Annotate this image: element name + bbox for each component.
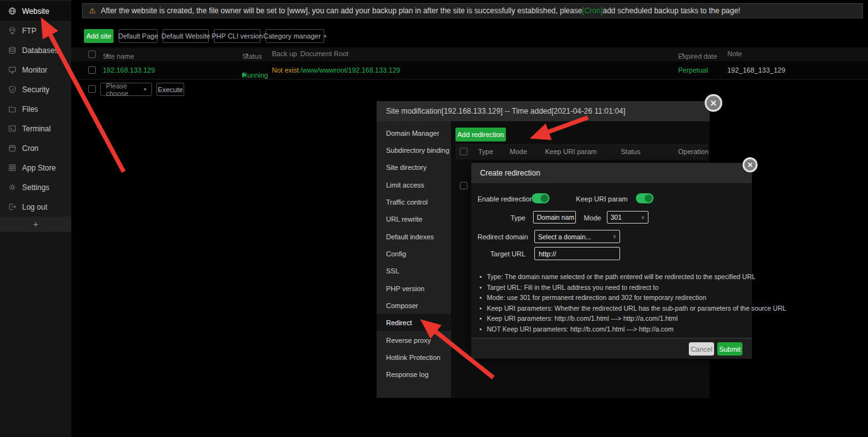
sort-asc-icon: ▲ bbox=[105, 52, 110, 57]
sidebar-item-label: Databases bbox=[22, 46, 58, 55]
grid-icon bbox=[8, 164, 16, 172]
batch-action-select[interactable]: Please choose▾ bbox=[100, 83, 152, 96]
bullet-icon: • bbox=[479, 324, 482, 335]
tab-limit-access[interactable]: Limit access bbox=[377, 176, 451, 193]
redirect-table-header: Type Mode Keep URI param Status Operatio… bbox=[455, 144, 708, 160]
shield-icon bbox=[8, 85, 16, 93]
play-icon: ▶ bbox=[242, 71, 247, 78]
backup-status[interactable]: Not exist bbox=[272, 66, 299, 74]
sidebar-item-app-store[interactable]: App Store bbox=[0, 158, 71, 177]
execute-button[interactable]: Execute bbox=[156, 83, 184, 96]
tab-traffic-control[interactable]: Traffic control bbox=[377, 193, 451, 210]
chevron-down-icon: ▾ bbox=[324, 33, 327, 39]
tab-domain-manager[interactable]: Domain Manager bbox=[377, 124, 451, 141]
target-url-input[interactable] bbox=[534, 247, 620, 260]
note-item: •Keep URI parameters: Whether the redire… bbox=[479, 303, 744, 314]
bullet-icon: • bbox=[479, 292, 482, 303]
add-site-button[interactable]: Add site bbox=[84, 29, 114, 43]
cron-link[interactable]: [Cron] bbox=[582, 6, 603, 15]
tab-url-rewrite[interactable]: URL rewrite bbox=[377, 210, 451, 227]
tab-redirect[interactable]: Redirect bbox=[377, 314, 451, 331]
site-table-row: 192.168.133.129 Running▶ Not exist /www/… bbox=[71, 61, 868, 80]
site-name-link[interactable]: 192.168.133.129 bbox=[103, 66, 155, 74]
tab-config[interactable]: Config bbox=[377, 245, 451, 262]
target-url-label: Target URL bbox=[478, 250, 525, 258]
redirect-row-checkbox[interactable] bbox=[460, 182, 467, 189]
add-redirection-button[interactable]: Add redirection bbox=[455, 128, 506, 141]
redirect-domain-select[interactable]: Select a domain...∨ bbox=[534, 230, 620, 243]
sidebar-item-label: Cron bbox=[22, 144, 38, 153]
app-root: Website FTP Databases Monitor Security F… bbox=[0, 0, 868, 437]
redirect-select-all-checkbox[interactable] bbox=[460, 148, 467, 155]
tab-reverse-proxy[interactable]: Reverse proxy bbox=[377, 332, 451, 349]
submit-button[interactable]: Submit bbox=[717, 342, 742, 356]
folder-icon bbox=[8, 105, 16, 113]
sidebar-item-label: Monitor bbox=[22, 66, 47, 75]
note-item: •Keep URI parameters: http://b.com/1.htm… bbox=[479, 313, 744, 324]
warning-banner: ⚠ After the website is created, the file… bbox=[82, 3, 863, 18]
tab-php-version[interactable]: PHP version bbox=[377, 280, 451, 297]
sidebar-item-log-out[interactable]: Log out bbox=[0, 197, 71, 217]
tab-site-directory[interactable]: Site directory bbox=[377, 159, 451, 176]
default-page-button[interactable]: Default Page bbox=[119, 29, 158, 43]
row-checkbox[interactable] bbox=[88, 66, 96, 74]
logout-icon bbox=[8, 203, 16, 211]
sidebar-item-label: Log out bbox=[22, 203, 47, 212]
dialog-footer: Cancel Submit bbox=[471, 338, 752, 359]
ftp-icon bbox=[8, 27, 16, 35]
tab-composer[interactable]: Composer bbox=[377, 297, 451, 314]
sidebar-item-label: App Store bbox=[22, 164, 56, 172]
col-keep-uri: Keep URI param bbox=[545, 148, 597, 155]
sidebar-item-website[interactable]: Website bbox=[0, 1, 71, 21]
site-note[interactable]: 192_168_133_129 bbox=[727, 66, 785, 74]
monitor-icon bbox=[8, 66, 16, 74]
database-icon bbox=[8, 46, 16, 54]
sidebar-item-security[interactable]: Security bbox=[0, 80, 71, 99]
sidebar-item-label: Security bbox=[22, 85, 49, 94]
note-item: •NOT Keep URI parameters: http://b.com/1… bbox=[479, 324, 744, 335]
cancel-button[interactable]: Cancel bbox=[689, 342, 714, 356]
document-root-link[interactable]: /www/wwwroot/192.168.133.129 bbox=[300, 66, 400, 74]
chevron-down-icon: ∨ bbox=[613, 234, 616, 239]
col-document-root: Document Root bbox=[300, 50, 348, 57]
warning-icon: ⚠ bbox=[89, 6, 96, 15]
tab-ssl[interactable]: SSL bbox=[377, 262, 451, 279]
col-operation: Operation bbox=[678, 148, 708, 155]
keep-uri-param-toggle[interactable] bbox=[636, 193, 654, 203]
sidebar-item-databases[interactable]: Databases bbox=[0, 40, 71, 60]
toggle-knob bbox=[645, 195, 652, 202]
sort-desc-icon: ▼ bbox=[245, 52, 249, 57]
banner-text: After the website is created, the file o… bbox=[101, 6, 741, 15]
col-note: Note bbox=[727, 50, 742, 57]
toggle-knob bbox=[541, 195, 548, 202]
tab-default-indexes[interactable]: Default indexes bbox=[377, 228, 451, 245]
sidebar-item-ftp[interactable]: FTP bbox=[0, 21, 71, 40]
sidebar-item-monitor[interactable]: Monitor bbox=[0, 60, 71, 80]
dialog-close-icon[interactable]: ✕ bbox=[742, 157, 758, 172]
sidebar-item-label: Settings bbox=[22, 183, 49, 192]
mode-select[interactable]: 301∨ bbox=[607, 211, 648, 224]
php-cli-version-button[interactable]: PHP CLI version bbox=[214, 29, 261, 43]
tab-subdirectory-binding[interactable]: Subdirectory binding bbox=[377, 141, 451, 159]
sidebar-item-label: Website bbox=[22, 7, 49, 16]
sidebar-item-settings[interactable]: Settings bbox=[0, 177, 71, 197]
sidebar-item-cron[interactable]: Cron bbox=[0, 138, 71, 158]
modal-close-icon[interactable]: ✕ bbox=[705, 94, 722, 112]
sidebar-item-terminal[interactable]: Terminal bbox=[0, 119, 71, 138]
default-website-button[interactable]: Default Website bbox=[163, 29, 209, 43]
select-all-checkbox[interactable] bbox=[88, 51, 96, 58]
bullet-icon: • bbox=[479, 282, 482, 293]
category-manager-button[interactable]: Category manager▾ bbox=[266, 29, 324, 43]
dialog-notes: •Type: The domain name selected or the p… bbox=[479, 272, 744, 334]
tab-response-log[interactable]: Response log bbox=[377, 366, 451, 383]
bullet-icon: • bbox=[479, 303, 482, 314]
enable-redirection-label: Enable redirection bbox=[478, 195, 525, 203]
tab-hotlink-protection[interactable]: Hotlink Protection bbox=[377, 349, 451, 366]
sidebar-item-files[interactable]: Files bbox=[0, 99, 71, 119]
sidebar-add-band[interactable]: + bbox=[0, 217, 71, 232]
note-item: •Type: The domain name selected or the p… bbox=[479, 272, 744, 282]
enable-redirection-toggle[interactable] bbox=[532, 193, 549, 203]
batch-checkbox[interactable] bbox=[88, 85, 96, 93]
plus-icon: + bbox=[33, 219, 38, 229]
note-item: •Target URL: Fill in the URL address you… bbox=[479, 282, 744, 293]
